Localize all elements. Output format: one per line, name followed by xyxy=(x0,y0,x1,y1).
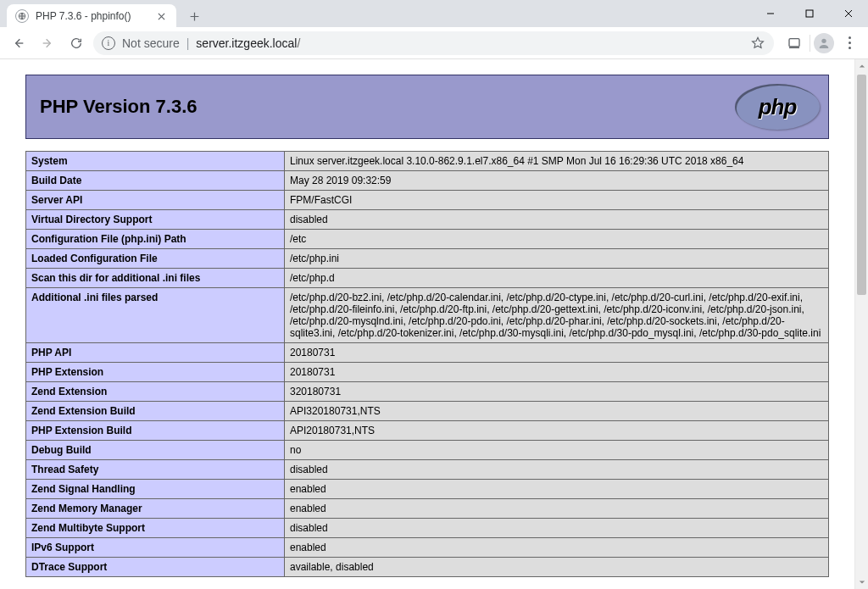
info-row: PHP Extension BuildAPI20180731,NTS xyxy=(26,421,829,441)
info-label: Configuration File (php.ini) Path xyxy=(26,230,285,249)
window-buttons xyxy=(751,0,868,27)
svg-rect-2 xyxy=(789,38,799,46)
info-value: API320180731,NTS xyxy=(285,402,829,421)
info-row: Server APIFPM/FastCGI xyxy=(26,191,829,210)
info-label: PHP API xyxy=(26,343,285,363)
tab-strip: PHP 7.3.6 - phpinfo() xyxy=(0,0,751,27)
info-label: Zend Extension Build xyxy=(26,402,285,421)
info-label: Loaded Configuration File xyxy=(26,249,285,269)
back-button[interactable] xyxy=(7,31,31,55)
info-row: Build DateMay 28 2019 09:32:59 xyxy=(26,171,829,191)
svg-point-3 xyxy=(821,38,826,42)
scroll-down-arrow[interactable] xyxy=(855,575,868,589)
info-value: disabled xyxy=(285,210,829,230)
info-value: no xyxy=(285,441,829,460)
info-value: 320180731 xyxy=(285,382,829,402)
address-bar[interactable]: i Not secure | server.itzgeek.local/ xyxy=(93,31,774,55)
info-row: IPv6 Supportenabled xyxy=(26,538,829,558)
kebab-menu-icon[interactable] xyxy=(837,31,861,55)
separator: | xyxy=(186,36,190,50)
info-label: DTrace Support xyxy=(26,558,285,577)
info-row: Zend Extension320180731 xyxy=(26,382,829,402)
close-tab-button[interactable] xyxy=(154,9,168,23)
info-value: API20180731,NTS xyxy=(285,421,829,441)
info-label: Debug Build xyxy=(26,441,285,460)
info-value: /etc/php.d/20-bz2.ini, /etc/php.d/20-cal… xyxy=(285,288,829,343)
url-text: server.itzgeek.local/ xyxy=(196,36,743,50)
toolbar-divider xyxy=(810,35,810,52)
info-value: Linux server.itzgeek.local 3.10.0-862.9.… xyxy=(285,152,829,171)
info-value: /etc/php.ini xyxy=(285,249,829,269)
info-value: enabled xyxy=(285,499,829,519)
maximize-button[interactable] xyxy=(790,1,829,26)
info-row: Thread Safetydisabled xyxy=(26,460,829,480)
info-label: PHP Extension xyxy=(26,363,285,382)
info-label: Virtual Directory Support xyxy=(26,210,285,230)
info-row: Configuration File (php.ini) Path/etc xyxy=(26,230,829,249)
minimize-button[interactable] xyxy=(751,1,790,26)
info-row: Zend Memory Managerenabled xyxy=(26,499,829,519)
globe-icon xyxy=(15,9,29,23)
info-label: Scan this dir for additional .ini files xyxy=(26,269,285,288)
security-label: Not secure xyxy=(122,36,180,50)
profile-avatar[interactable] xyxy=(814,33,834,53)
info-value: available, disabled xyxy=(285,558,829,577)
info-value: 20180731 xyxy=(285,343,829,363)
new-tab-button[interactable] xyxy=(183,5,205,27)
info-label: Server API xyxy=(26,191,285,210)
info-value: FPM/FastCGI xyxy=(285,191,829,210)
info-label: Zend Multibyte Support xyxy=(26,519,285,538)
reload-button[interactable] xyxy=(64,31,88,55)
info-row: Loaded Configuration File/etc/php.ini xyxy=(26,249,829,269)
info-row: Virtual Directory Supportdisabled xyxy=(26,210,829,230)
vertical-scrollbar[interactable] xyxy=(854,59,868,589)
info-row: Zend Signal Handlingenabled xyxy=(26,480,829,499)
info-label: PHP Extension Build xyxy=(26,421,285,441)
site-info-icon[interactable]: i xyxy=(102,36,115,50)
browser-toolbar: i Not secure | server.itzgeek.local/ xyxy=(0,27,868,59)
info-value: May 28 2019 09:32:59 xyxy=(285,171,829,191)
info-value: enabled xyxy=(285,480,829,499)
phpinfo-page: PHP Version 7.3.6 php SystemLinux server… xyxy=(0,59,854,589)
info-row: Scan this dir for additional .ini files/… xyxy=(26,269,829,288)
info-row: PHP Extension20180731 xyxy=(26,363,829,382)
info-value: disabled xyxy=(285,519,829,538)
forward-button[interactable] xyxy=(36,31,59,55)
info-value: /etc/php.d xyxy=(285,269,829,288)
info-row: PHP API20180731 xyxy=(26,343,829,363)
info-row: Debug Buildno xyxy=(26,441,829,460)
info-value: disabled xyxy=(285,460,829,480)
scroll-up-arrow[interactable] xyxy=(855,59,868,73)
close-window-button[interactable] xyxy=(829,1,868,26)
info-label: Zend Extension xyxy=(26,382,285,402)
info-label: Zend Signal Handling xyxy=(26,480,285,499)
bookmark-star-icon[interactable] xyxy=(750,36,765,51)
info-label: Thread Safety xyxy=(26,460,285,480)
info-row: Additional .ini files parsed/etc/php.d/2… xyxy=(26,288,829,343)
info-row: DTrace Supportavailable, disabled xyxy=(26,558,829,577)
tab-title: PHP 7.3.6 - phpinfo() xyxy=(36,10,147,22)
phpinfo-header: PHP Version 7.3.6 php xyxy=(25,75,829,139)
svg-rect-1 xyxy=(806,10,813,17)
info-value: 20180731 xyxy=(285,363,829,382)
info-value: enabled xyxy=(285,538,829,558)
browser-tab[interactable]: PHP 7.3.6 - phpinfo() xyxy=(7,4,176,28)
info-label: System xyxy=(26,152,285,171)
info-row: SystemLinux server.itzgeek.local 3.10.0-… xyxy=(26,152,829,171)
page-title: PHP Version 7.3.6 xyxy=(40,96,197,118)
php-logo: php xyxy=(735,84,820,130)
window-titlebar: PHP 7.3.6 - phpinfo() xyxy=(0,0,868,27)
scrollbar-thumb[interactable] xyxy=(857,75,866,295)
info-label: Zend Memory Manager xyxy=(26,499,285,519)
info-label: Build Date xyxy=(26,171,285,191)
info-row: Zend Multibyte Supportdisabled xyxy=(26,519,829,538)
cast-icon[interactable] xyxy=(782,31,806,55)
info-label: IPv6 Support xyxy=(26,538,285,558)
phpinfo-table: SystemLinux server.itzgeek.local 3.10.0-… xyxy=(25,151,829,577)
info-row: Zend Extension BuildAPI320180731,NTS xyxy=(26,402,829,421)
page-viewport: PHP Version 7.3.6 php SystemLinux server… xyxy=(0,59,854,589)
info-label: Additional .ini files parsed xyxy=(26,288,285,343)
info-value: /etc xyxy=(285,230,829,249)
